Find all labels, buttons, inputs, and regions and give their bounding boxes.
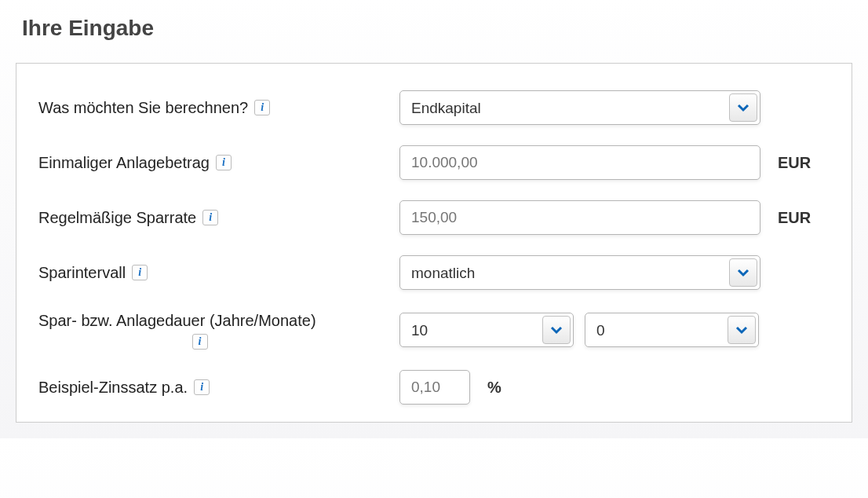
info-icon[interactable]: i (254, 100, 270, 115)
control-initial-amount: EUR (399, 145, 811, 180)
label-duration: Spar- bzw. Anlagedauer (Jahre/Monate) i (38, 310, 399, 350)
page-title: Ihre Eingabe (22, 16, 852, 41)
label-interval: Sparintervall i (38, 262, 399, 284)
label-text-calculate: Was möchten Sie berechnen? (38, 97, 248, 119)
select-interval[interactable]: monatlich (399, 255, 760, 290)
control-savings-rate: EUR (399, 200, 811, 235)
label-text-interest: Beispiel-Zinssatz p.a. (38, 377, 188, 398)
input-savings-rate[interactable] (399, 200, 760, 235)
label-text-rate: Regelmäßige Sparrate (38, 207, 196, 229)
label-initial-amount: Einmaliger Anlagebetrag i (38, 152, 399, 174)
label-calculate: Was möchten Sie berechnen? i (38, 97, 399, 119)
row-interest: Beispiel-Zinssatz p.a. i % (38, 370, 830, 405)
input-initial-amount[interactable] (399, 145, 760, 180)
select-years[interactable]: 10 (399, 313, 574, 347)
label-interest: Beispiel-Zinssatz p.a. i (38, 377, 399, 398)
label-text-initial: Einmaliger Anlagebetrag (38, 152, 210, 174)
label-text-duration: Spar- bzw. Anlagedauer (Jahre/Monate) (38, 310, 316, 331)
select-interval-wrap: monatlich (399, 255, 760, 290)
select-months[interactable]: 0 (585, 313, 759, 347)
select-years-wrap: 10 (399, 313, 574, 347)
unit-eur: EUR (778, 209, 811, 227)
input-interest[interactable] (399, 370, 470, 405)
control-duration: 10 0 (399, 313, 759, 347)
row-savings-rate: Regelmäßige Sparrate i EUR (38, 200, 830, 235)
info-icon[interactable]: i (202, 210, 218, 225)
input-panel: Was möchten Sie berechnen? i Endkapital … (16, 63, 852, 423)
select-calculate-wrap: Endkapital (399, 90, 760, 125)
row-calculate: Was möchten Sie berechnen? i Endkapital (38, 90, 830, 125)
select-months-wrap: 0 (585, 313, 759, 347)
info-icon[interactable]: i (194, 379, 210, 395)
row-initial-amount: Einmaliger Anlagebetrag i EUR (38, 145, 830, 180)
form-container: Ihre Eingabe Was möchten Sie berechnen? … (16, 16, 852, 423)
info-icon[interactable]: i (216, 155, 232, 170)
info-icon[interactable]: i (192, 334, 208, 350)
label-text-interval: Sparintervall (38, 262, 126, 284)
control-interest: % (399, 370, 501, 405)
row-duration: Spar- bzw. Anlagedauer (Jahre/Monate) i … (38, 310, 830, 350)
unit-eur: EUR (778, 154, 811, 172)
control-interval: monatlich (399, 255, 760, 290)
unit-percent: % (487, 379, 501, 397)
select-calculate[interactable]: Endkapital (399, 90, 760, 125)
control-calculate: Endkapital (399, 90, 760, 125)
row-interval: Sparintervall i monatlich (38, 255, 830, 290)
info-icon[interactable]: i (132, 265, 148, 280)
label-savings-rate: Regelmäßige Sparrate i (38, 207, 399, 229)
